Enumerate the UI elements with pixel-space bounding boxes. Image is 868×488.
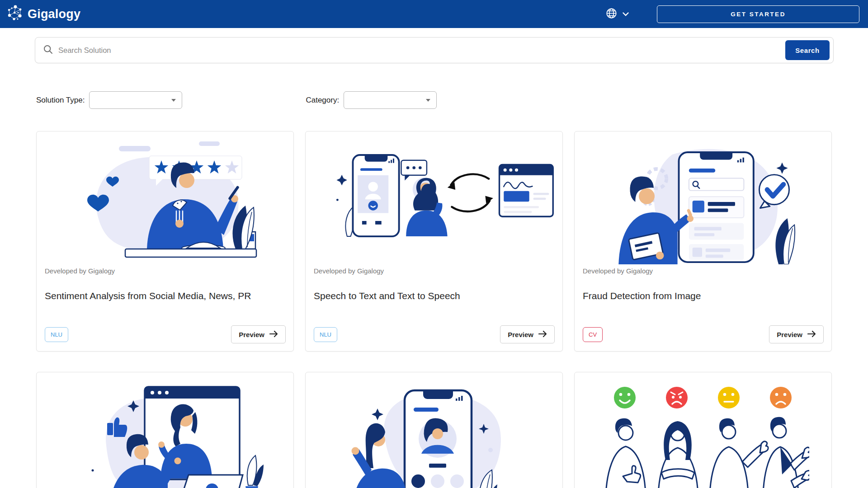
get-started-button[interactable]: GET STARTED <box>657 5 859 23</box>
card-title: Fraud Detection from Image <box>583 291 701 301</box>
search-bar: Search <box>35 37 834 63</box>
solution-card-row2-2 <box>305 372 563 488</box>
developed-by: Developed by Gigalogy <box>45 267 115 275</box>
search-button[interactable]: Search <box>785 40 830 60</box>
search-input[interactable] <box>58 46 785 55</box>
emoji-feedback-illustration <box>575 378 831 488</box>
search-icon <box>43 45 53 56</box>
developed-by: Developed by Gigalogy <box>583 267 653 275</box>
top-navbar: Gigalogy GET STARTED <box>0 0 868 28</box>
mobile-profile-illustration <box>306 378 562 488</box>
globe-icon <box>606 8 617 21</box>
gigalogy-network-icon <box>6 4 24 24</box>
video-call-review-illustration <box>37 378 293 488</box>
caret-down-icon <box>426 99 430 102</box>
card-title: Speech to Text and Text to Speech <box>314 291 460 301</box>
caret-down-icon <box>171 99 176 102</box>
sentiment-rating-illustration <box>37 137 293 264</box>
solution-type-label: Solution Type: <box>36 96 85 105</box>
solution-type-filter: Solution Type: <box>36 91 182 109</box>
category-filter: Category: <box>306 91 437 109</box>
brand-logo[interactable]: Gigalogy <box>6 4 80 24</box>
solution-card-grid: Developed by Gigalogy Sentiment Analysis… <box>36 131 832 488</box>
preview-button[interactable]: Preview <box>231 325 286 343</box>
preview-button[interactable]: Preview <box>769 325 824 343</box>
arrow-right-icon <box>807 330 816 339</box>
fraud-detection-phone-illustration <box>575 137 831 264</box>
tag-badge-nlu: NLU <box>45 327 68 342</box>
arrow-right-icon <box>538 330 547 339</box>
solution-card-fraud-detection: Developed by Gigalogy Fraud Detection fr… <box>574 131 832 352</box>
solution-card-row2-1 <box>36 372 294 488</box>
solution-card-row2-3 <box>574 372 832 488</box>
tag-badge-nlu: NLU <box>314 327 337 342</box>
filters-row: Solution Type: Category: <box>36 91 437 109</box>
arrow-right-icon <box>269 330 278 339</box>
preview-button[interactable]: Preview <box>500 325 555 343</box>
solution-type-select[interactable] <box>89 91 182 109</box>
brand-name: Gigalogy <box>28 7 80 21</box>
language-selector[interactable] <box>606 8 629 21</box>
speech-text-conversion-illustration <box>306 137 562 264</box>
category-label: Category: <box>306 96 339 105</box>
solution-card-speech-text: Developed by Gigalogy Speech to Text and… <box>305 131 563 352</box>
developed-by: Developed by Gigalogy <box>314 267 384 275</box>
tag-badge-cv: CV <box>583 327 603 342</box>
chevron-down-icon <box>623 10 629 18</box>
card-title: Sentiment Analysis from Social Media, Ne… <box>45 291 251 301</box>
category-select[interactable] <box>344 91 437 109</box>
solution-card-sentiment-analysis: Developed by Gigalogy Sentiment Analysis… <box>36 131 294 352</box>
